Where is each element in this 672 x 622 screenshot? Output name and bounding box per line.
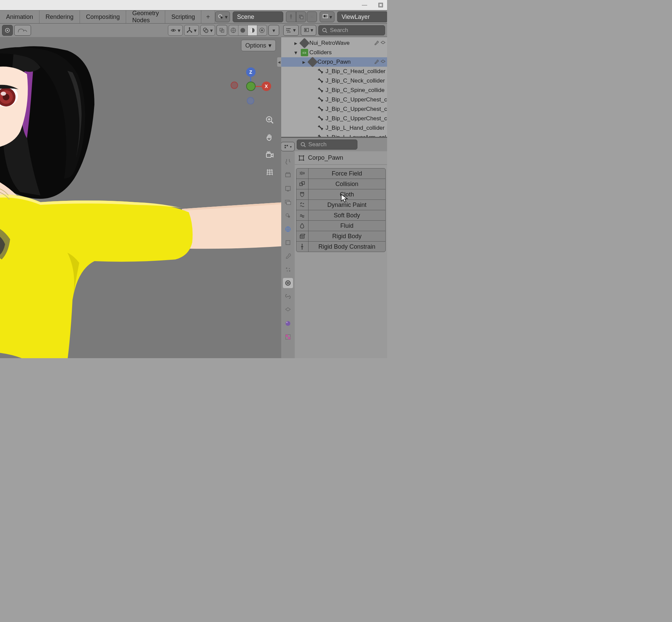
prop-tab-object[interactable] <box>283 238 293 248</box>
outliner-tree[interactable]: ▸Nui_RetroWave▾▭Colliders▸Corpo_PawnJ_Bi… <box>281 37 387 137</box>
zoom-icon[interactable] <box>264 115 275 125</box>
tree-row-j-bip-c-neck-collider[interactable]: J_Bip_C_Neck_collider <box>281 76 387 86</box>
sidebar-toggle[interactable]: ◀ <box>277 57 281 67</box>
axis-gizmo[interactable]: Z X <box>231 67 271 108</box>
tab-geometry-nodes[interactable]: Geometry Nodes <box>126 10 165 23</box>
chevron-down-icon[interactable]: ▾ <box>293 49 299 56</box>
camera-icon[interactable] <box>264 150 275 160</box>
properties-editor-type[interactable]: ▾ <box>281 142 295 151</box>
scene-copy-button[interactable] <box>296 11 306 22</box>
viewport-gizmo-dropdown[interactable]: ▾ <box>184 25 199 36</box>
prop-tab-constraints[interactable] <box>283 291 293 302</box>
svg-rect-46 <box>287 201 291 205</box>
properties-search[interactable]: Search <box>297 139 357 150</box>
tab-scripting[interactable]: Scripting <box>165 10 201 23</box>
axis-x[interactable]: X <box>262 82 271 91</box>
tree-row-j-bip-c-spine-collide[interactable]: J_Bip_C_Spine_collide <box>281 86 387 95</box>
shading-wireframe[interactable] <box>229 25 238 35</box>
viewport-overlay-dropdown[interactable]: ▾ <box>200 25 215 36</box>
wrench-icon[interactable] <box>374 40 379 46</box>
tree-row-j-bip-c-head-collider[interactable]: J_Bip_C_Head_collider <box>281 67 387 76</box>
physics-label: Force Field <box>309 170 385 177</box>
maximize-button[interactable] <box>378 2 384 8</box>
physics-label: Cloth <box>309 191 385 198</box>
outliner-search[interactable]: Search <box>318 25 385 35</box>
svg-rect-44 <box>287 191 289 191</box>
tree-row-j-bip-l-hand-collider[interactable]: J_Bip_L_Hand_collider <box>281 123 387 133</box>
chevron-right-icon[interactable]: ▸ <box>301 59 308 66</box>
outliner-type-dropdown[interactable]: ▾ <box>283 25 299 36</box>
wrench-icon[interactable] <box>374 59 379 65</box>
axis-neg-x[interactable] <box>231 82 238 89</box>
scene-pin-button[interactable] <box>286 11 296 22</box>
tab-animation[interactable]: Animation <box>0 10 39 23</box>
svg-point-22 <box>261 29 263 31</box>
physics-collision-button[interactable]: Collision <box>296 179 386 189</box>
svg-point-25 <box>0 90 13 104</box>
prop-tab-scene[interactable] <box>283 211 293 221</box>
physics-dynamic-paint-button[interactable]: Dynamic Paint <box>296 199 386 210</box>
outliner-display-dropdown[interactable]: ▾ <box>301 25 316 36</box>
physics-soft-body-button[interactable]: Soft Body <box>296 210 386 221</box>
prop-tab-particles[interactable] <box>283 265 293 275</box>
physics-rigid-body-constrain-button[interactable]: Rigid Body Constrain <box>296 241 386 252</box>
physics-icon <box>296 231 309 241</box>
tree-row-j-bip-c-upperchest-c[interactable]: J_Bip_C_UpperChest_c <box>281 114 387 123</box>
prop-tab-output[interactable] <box>283 184 293 194</box>
tree-row-j-bip-l-lowerarm-col[interactable]: J_Bip_L_LowerArm_col <box>281 133 387 137</box>
viewport-mode-dropdown[interactable] <box>2 25 13 36</box>
tab-rendering[interactable]: Rendering <box>39 10 80 23</box>
prop-tab-texture[interactable] <box>283 332 293 342</box>
shading-solid[interactable] <box>238 25 248 35</box>
scene-name[interactable]: Scene <box>233 11 283 22</box>
physics-icon <box>296 189 309 199</box>
axis-z[interactable]: Z <box>246 67 256 77</box>
physics-fluid-button[interactable]: Fluid <box>296 220 386 231</box>
svg-point-30 <box>267 152 268 153</box>
svg-point-15 <box>205 29 208 33</box>
pan-icon[interactable] <box>264 132 275 143</box>
physics-rigid-body-button[interactable]: Rigid Body <box>296 231 386 242</box>
tree-row-corpo-pawn[interactable]: ▸Corpo_Pawn <box>281 57 387 67</box>
tree-row-j-bip-c-upperchest-c[interactable]: J_Bip_C_UpperChest_c <box>281 104 387 114</box>
prop-tab-tool[interactable] <box>283 157 293 167</box>
axis-y[interactable] <box>246 82 256 91</box>
physics-cloth-button[interactable]: Cloth <box>296 189 386 200</box>
tab-compositing[interactable]: Compositing <box>80 10 126 23</box>
prop-tab-data[interactable] <box>283 305 293 315</box>
shading-material[interactable] <box>248 25 257 35</box>
prop-tab-physics[interactable] <box>283 278 293 288</box>
tree-row-nui-retrowave[interactable]: ▸Nui_RetroWave <box>281 38 387 48</box>
data-icon[interactable] <box>380 59 386 65</box>
prop-tab-material[interactable] <box>283 318 293 329</box>
prop-tab-modifiers[interactable] <box>283 251 293 261</box>
viewport-snap-toggle[interactable] <box>14 25 31 36</box>
physics-icon <box>296 200 309 210</box>
viewport-options-button[interactable]: Options ▾ <box>241 40 276 51</box>
viewlayer-name[interactable]: ViewLayer <box>337 11 387 22</box>
viewport-xray-toggle[interactable] <box>216 25 227 36</box>
data-icon[interactable] <box>380 40 386 46</box>
physics-force-field-button[interactable]: Force Field <box>296 168 386 179</box>
shading-rendered[interactable] <box>257 25 267 35</box>
scene-type-dropdown[interactable]: ▾ <box>215 11 230 22</box>
minimize-button[interactable]: — <box>361 2 368 8</box>
prop-tab-render[interactable] <box>283 170 293 180</box>
bone-icon <box>317 124 324 132</box>
scene-delete-button[interactable] <box>307 11 317 22</box>
shading-settings-dropdown[interactable]: ▾ <box>268 25 279 36</box>
prop-tab-world[interactable] <box>283 224 293 234</box>
viewport-3d[interactable]: ▾ ▾ ▾ ▾ <box>0 24 281 358</box>
axis-neg-z[interactable] <box>247 97 254 104</box>
scene-selector-group: ▾ Scene ▾ ViewLayer <box>215 10 387 23</box>
prop-tab-viewlayer[interactable] <box>283 197 293 207</box>
perspective-icon[interactable] <box>264 167 275 178</box>
tree-row-colliders[interactable]: ▾▭Colliders <box>281 48 387 57</box>
viewlayer-type-dropdown[interactable]: ▾ <box>320 11 334 22</box>
add-tab-button[interactable]: + <box>201 10 215 23</box>
tree-row-j-bip-c-upperchest-c[interactable]: J_Bip_C_UpperChest_c <box>281 95 387 104</box>
properties-breadcrumb[interactable]: Corpo_Pawn <box>295 151 387 165</box>
svg-rect-38 <box>285 145 286 146</box>
chevron-right-icon[interactable]: ▸ <box>293 40 299 47</box>
viewport-visibility-dropdown[interactable]: ▾ <box>168 25 183 36</box>
